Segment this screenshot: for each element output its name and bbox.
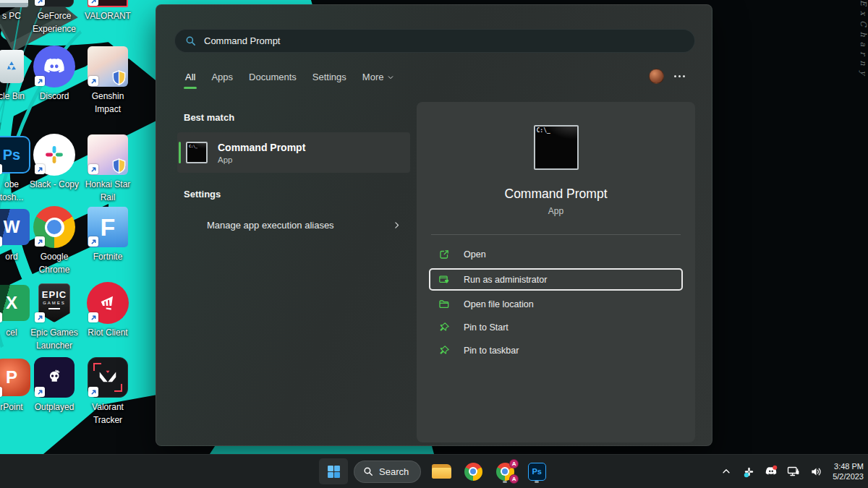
result-detail-panel: Command Prompt App OpenRun as administra… [417, 102, 695, 442]
taskbar-clock[interactable]: 3:48 PM 5/2/2023 [833, 461, 864, 481]
volume-tray-icon[interactable] [808, 463, 824, 479]
settings-result-manage-aliases[interactable]: Manage app execution aliases [177, 210, 410, 239]
result-title: Command Prompt [218, 142, 305, 153]
taskbar-photoshop[interactable]: Ps [522, 458, 551, 484]
desktop-icon-label: Riot Client [88, 326, 127, 339]
shortcut-arrow-icon [35, 236, 45, 247]
command-prompt-icon [186, 142, 208, 163]
action-pin-to-taskbar[interactable]: Pin to taskbar [417, 339, 695, 362]
slack-copy-icon [33, 134, 75, 176]
chrome-icon [464, 463, 482, 481]
more-options-icon[interactable] [674, 75, 685, 77]
desktop-icon-genshin-impact[interactable]: Genshin Impact [77, 46, 138, 116]
fortnite-icon: F [87, 206, 129, 248]
tab-label: Apps [211, 72, 233, 82]
desktop-icon-label: Honkai Star Rail [85, 178, 131, 204]
shortcut-arrow-icon [0, 164, 2, 174]
desktop-icon-label: VALORANT [85, 9, 131, 22]
tab-label: Documents [249, 72, 297, 82]
run-admin-icon [438, 274, 450, 286]
desktop-icon-epic-games-launcher[interactable]: EPICGAMESEpic Games Launcher [24, 282, 85, 352]
riot-client-icon [87, 282, 129, 324]
shortcut-arrow-icon [0, 312, 2, 322]
slack-tray-icon[interactable] [741, 463, 757, 479]
desktop-icon-label: cle Bin [0, 90, 25, 103]
chevron-down-icon [387, 74, 394, 81]
desktop-icon-outplayed[interactable]: Outplayed [24, 356, 85, 414]
shortcut-arrow-icon [88, 76, 98, 86]
taskbar-center: Search A A Ps [319, 455, 551, 488]
tab-more[interactable]: More [362, 72, 395, 89]
tray-chevron-up-icon[interactable] [718, 463, 734, 479]
pin-icon [438, 322, 450, 333]
command-prompt-hero-icon [534, 125, 579, 170]
tab-settings[interactable]: Settings [312, 72, 346, 89]
open-external-icon [438, 249, 450, 260]
shortcut-arrow-icon [0, 236, 2, 247]
shortcut-arrow-icon [88, 164, 98, 174]
desktop-icon-label: cel [6, 326, 17, 339]
action-label: Pin to Start [464, 322, 509, 333]
desktop-icon-valorant-tracker[interactable]: Valorant Tracker [77, 356, 138, 427]
shortcut-arrow-icon [88, 312, 98, 322]
desktop-icon-honkai-star-rail[interactable]: Honkai Star Rail [77, 134, 138, 204]
running-indicator [503, 481, 507, 483]
search-filter-tabs: AllAppsDocumentsSettingsMore [185, 72, 394, 89]
desktop-icon-label: Google Chrome [39, 250, 70, 276]
desktop-icon-label: Outplayed [35, 401, 75, 414]
system-tray: 3:48 PM 5/2/2023 [718, 455, 864, 488]
honkai-star-rail-icon [87, 134, 129, 176]
desktop-icon-label: Discord [40, 90, 69, 103]
taskbar-chrome[interactable] [459, 458, 488, 484]
start-button[interactable] [319, 458, 348, 484]
tab-all[interactable]: All [185, 72, 195, 89]
desktop-icon-label: Genshin Impact [92, 90, 124, 116]
shortcut-arrow-icon [35, 387, 45, 397]
action-open[interactable]: Open [417, 243, 695, 266]
network-tray-icon[interactable] [786, 463, 801, 479]
action-label: Open [464, 249, 486, 260]
shortcut-arrow-icon [35, 312, 45, 322]
epic-games-launcher-icon: EPICGAMES [33, 282, 75, 324]
desktop-icon-label: rPoint [0, 401, 22, 414]
search-icon [363, 466, 373, 476]
detail-title: Command Prompt [505, 187, 608, 202]
desktop-icon-discord[interactable]: Discord [24, 46, 85, 103]
detail-type: App [548, 206, 563, 216]
action-open-file-location[interactable]: Open file location [417, 293, 695, 316]
action-run-as-administrator[interactable]: Run as administrator [429, 268, 683, 291]
pin-icon [438, 345, 450, 356]
result-type: App [218, 155, 305, 164]
action-label: Open file location [464, 299, 534, 309]
action-pin-to-start[interactable]: Pin to Start [417, 316, 695, 339]
taskbar-search-button[interactable]: Search [354, 461, 421, 483]
desktop-icon-riot-client[interactable]: Riot Client [77, 282, 138, 339]
best-match-result[interactable]: Command Prompt App [177, 132, 410, 173]
desktop-icon-geforce-experience[interactable]: GeForce Experience [24, 0, 85, 35]
folder-icon [432, 464, 451, 479]
discord-tray-icon[interactable] [763, 463, 779, 479]
user-avatar[interactable] [649, 69, 664, 84]
tab-label: More [362, 72, 384, 82]
taskbar-file-explorer[interactable] [427, 458, 456, 484]
tab-documents[interactable]: Documents [249, 72, 297, 89]
best-match-heading: Best match [184, 112, 234, 123]
desktop-icon-label: Epic Games Launcher [30, 326, 77, 352]
desktop-icon-slack-copy[interactable]: Slack - Copy [24, 134, 85, 191]
desktop-icon-valorant[interactable]: VALORANT [77, 0, 138, 22]
chevron-right-icon [392, 221, 401, 230]
search-input[interactable]: Command Prompt [174, 29, 695, 53]
desktop-icon-google-chrome[interactable]: Google Chrome [24, 206, 85, 276]
action-label: Pin to taskbar [464, 346, 519, 356]
tab-apps[interactable]: Apps [211, 72, 233, 89]
clock-date: 5/2/2023 [833, 471, 864, 481]
action-label: Run as administrator [464, 275, 547, 285]
desktop-icon-fortnite[interactable]: FFortnite [77, 206, 138, 263]
shortcut-arrow-icon [88, 387, 98, 397]
search-query-text: Command Prompt [204, 35, 280, 46]
taskbar-chrome-profiles[interactable]: A A [490, 458, 519, 484]
outplayed-icon [33, 356, 75, 398]
tab-label: All [185, 72, 195, 82]
running-indicator [535, 481, 539, 483]
google-chrome-icon [33, 206, 75, 248]
